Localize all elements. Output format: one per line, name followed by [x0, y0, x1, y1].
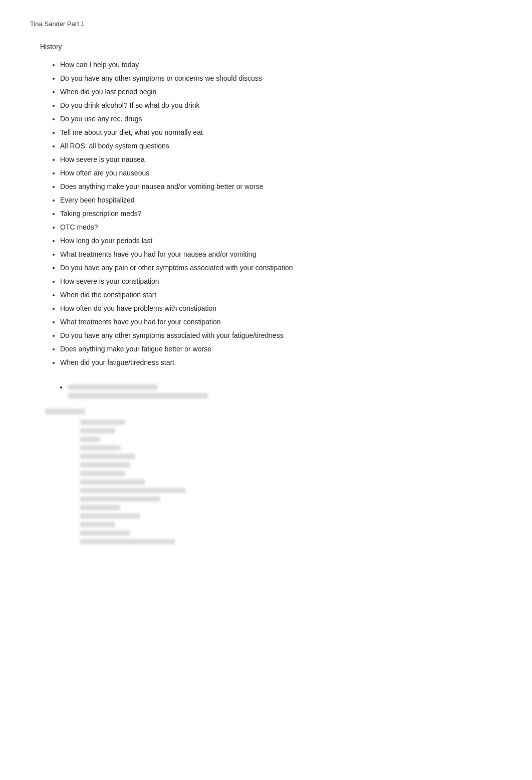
- list-item: All ROS: all body system questions: [60, 141, 502, 151]
- history-list: How can I help you todayDo you have any …: [60, 60, 502, 368]
- list-item: Does anything make your fatigue better o…: [60, 344, 502, 354]
- list-item: When did you last period begin: [60, 87, 502, 97]
- list-item: Do you have any other symptoms or concer…: [60, 73, 502, 84]
- page-title: Tina Sander Part 1: [30, 20, 502, 28]
- list-item: How severe is your nausea: [60, 154, 502, 165]
- list-item: What treatments have you had for your co…: [60, 317, 502, 327]
- list-item: How long do your periods last: [60, 236, 502, 246]
- list-item: How can I help you today: [60, 60, 502, 70]
- list-item: Tell me about your diet, what you normal…: [60, 127, 502, 138]
- list-item: Every been hospitalized: [60, 195, 502, 206]
- list-item: When did the constipation start: [60, 290, 502, 300]
- list-item: How often do you have problems with cons…: [60, 303, 502, 314]
- list-item: How severe is your constipation: [60, 276, 502, 287]
- list-item: Taking prescription meds?: [60, 209, 502, 219]
- list-item: How often are you nauseous: [60, 168, 502, 178]
- list-item: Does anything make your nausea and/or vo…: [60, 181, 502, 192]
- list-item: What treatments have you had for your na…: [60, 249, 502, 260]
- list-item: OTC meds?: [60, 222, 502, 233]
- list-item: Do you drink alcohol? If so what do you …: [60, 100, 502, 111]
- list-item: Do you have any other symptoms associate…: [60, 330, 502, 341]
- list-item: When did your fatigue/tiredness start: [60, 357, 502, 368]
- list-item: Do you have any pain or other symptoms a…: [60, 263, 502, 273]
- list-item: Do you use any rec. drugs: [60, 114, 502, 124]
- section-heading: History: [40, 43, 502, 51]
